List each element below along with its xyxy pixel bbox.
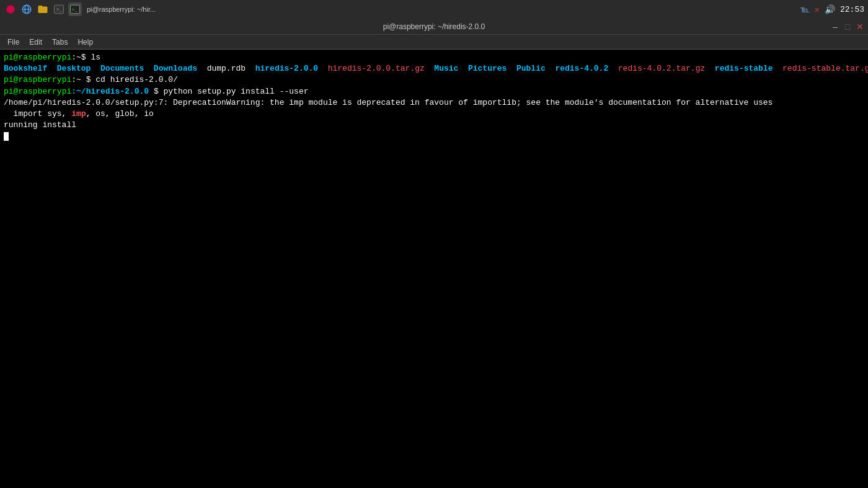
folder-icon[interactable] bbox=[36, 2, 50, 16]
window-controls: – □ ✕ bbox=[830, 21, 866, 32]
prompt-line-3: pi@raspberrypi:~/hiredis-2.0.0 $ python … bbox=[4, 86, 864, 97]
terminal-cursor bbox=[4, 132, 9, 141]
menu-edit[interactable]: Edit bbox=[24, 37, 47, 48]
install-line: running install bbox=[4, 120, 864, 131]
bluetooth-icon: ℡ bbox=[800, 4, 810, 15]
maximize-button[interactable]: □ bbox=[842, 21, 853, 32]
menu-bar: File Edit Tabs Help bbox=[0, 35, 868, 50]
code-line: import sys, imp, os, glob, io bbox=[4, 109, 864, 120]
menu-file[interactable]: File bbox=[2, 37, 24, 48]
raspberry-icon[interactable] bbox=[4, 2, 17, 16]
menu-help[interactable]: Help bbox=[73, 37, 98, 48]
prompt-line-1: pi@raspberrypi:~$ ls bbox=[4, 52, 864, 63]
menu-tabs[interactable]: Tabs bbox=[47, 37, 73, 48]
terminal-window: pi@raspberrypi: ~/hiredis-2.0.0 – □ ✕ Fi… bbox=[0, 19, 868, 488]
title-bar: pi@raspberrypi: ~/hiredis-2.0.0 – □ ✕ bbox=[0, 19, 868, 35]
svg-point-1 bbox=[8, 7, 13, 12]
terminal-dark-icon[interactable]: >_ bbox=[52, 2, 66, 16]
cursor-line bbox=[4, 131, 864, 142]
warning-line-1: /home/pi/hiredis-2.0.0/setup.py:7: Depre… bbox=[4, 97, 864, 109]
taskbar-window-title: pi@raspberrypi: ~/hir... bbox=[87, 6, 156, 13]
terminal-content[interactable]: pi@raspberrypi:~$ ls Bookshelf Desktop D… bbox=[0, 50, 868, 488]
close-button[interactable]: ✕ bbox=[854, 21, 866, 32]
ls-output: Bookshelf Desktop Documents Downloads du… bbox=[4, 63, 864, 74]
taskbar: >_ >_ pi@raspberrypi: ~/hir... ℡ ✕ 🔊 22:… bbox=[0, 0, 868, 19]
window-title: pi@raspberrypi: ~/hiredis-2.0.0 bbox=[383, 22, 485, 31]
prompt-line-2: pi@raspberrypi:~ $ cd hiredis-2.0.0/ bbox=[4, 74, 864, 86]
clock: 22:53 bbox=[840, 5, 864, 14]
terminal-active-icon[interactable]: >_ bbox=[68, 2, 82, 16]
minimize-button[interactable]: – bbox=[830, 21, 841, 32]
svg-text:>_: >_ bbox=[72, 7, 78, 12]
volume-icon: 🔊 bbox=[825, 4, 835, 15]
svg-text:>_: >_ bbox=[56, 7, 63, 12]
audio-mute-icon: ✕ bbox=[815, 4, 820, 15]
globe-icon[interactable] bbox=[20, 2, 33, 16]
